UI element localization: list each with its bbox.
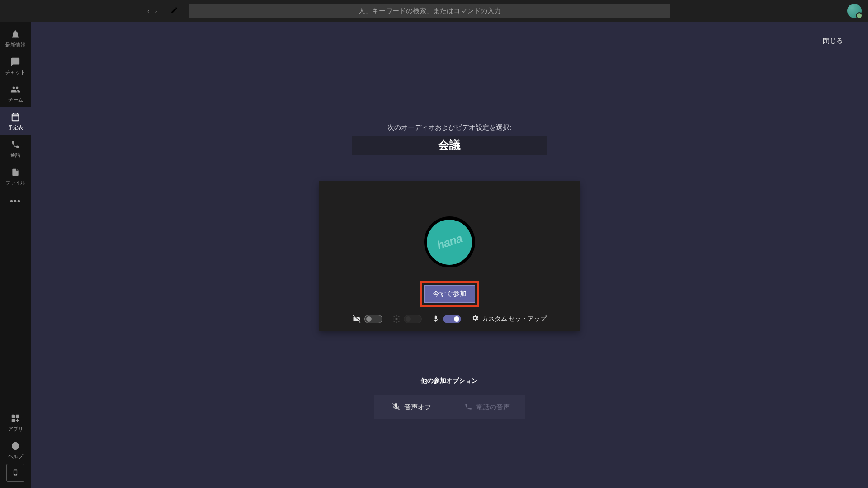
svg-point-4	[15, 448, 15, 448]
compose-icon[interactable]	[170, 6, 178, 16]
phone-audio-button[interactable]: 電話の音声	[449, 395, 525, 419]
svg-rect-2	[12, 419, 15, 422]
top-bar: ‹ › 人、キーワードの検索、またはコマンドの入力	[0, 0, 868, 22]
camera-off-icon	[352, 314, 361, 324]
apps-icon	[10, 413, 21, 424]
audio-off-button[interactable]: 音声オフ	[374, 395, 449, 419]
file-icon	[10, 167, 21, 178]
custom-setup-label: カスタム セットアップ	[482, 315, 547, 323]
svg-point-12	[393, 319, 394, 319]
rail-calls[interactable]: 通話	[0, 135, 31, 162]
svg-point-6	[394, 316, 395, 317]
rail-apps[interactable]: アプリ	[0, 408, 31, 436]
svg-point-9	[398, 321, 399, 322]
svg-point-13	[399, 319, 400, 319]
mic-icon	[432, 315, 440, 323]
svg-point-7	[398, 316, 399, 317]
chat-icon	[10, 56, 21, 67]
teams-icon	[10, 84, 21, 95]
avatar: hana	[424, 216, 475, 267]
phone-icon	[10, 139, 21, 150]
phone-icon	[464, 403, 472, 412]
svg-rect-1	[16, 415, 19, 418]
custom-setup-link[interactable]: カスタム セットアップ	[471, 314, 547, 324]
audio-off-label: 音声オフ	[404, 403, 431, 412]
rail-activity[interactable]: 最新情報	[0, 24, 31, 52]
svg-point-11	[396, 322, 397, 323]
join-highlight: 今すぐ参加	[420, 281, 479, 307]
phone-audio-label: 電話の音声	[476, 403, 510, 412]
rail-teams[interactable]: チーム	[0, 80, 31, 107]
rail-label: 予定表	[8, 124, 23, 131]
rail-label: ファイル	[5, 179, 25, 186]
gear-icon	[471, 314, 479, 324]
meeting-title[interactable]: 会議	[352, 136, 547, 155]
blur-control	[392, 315, 422, 323]
rail-mobile[interactable]	[6, 464, 24, 482]
bell-icon	[10, 29, 21, 40]
calendar-icon	[10, 112, 21, 122]
app-rail: 最新情報 チャット チーム 予定表 通話	[0, 22, 31, 488]
blur-icon	[392, 315, 401, 323]
rail-more[interactable]: •••	[10, 190, 21, 213]
camera-toggle[interactable]	[364, 315, 382, 323]
nav-back-icon[interactable]: ‹	[147, 7, 150, 14]
rail-calendar[interactable]: 予定表	[0, 107, 31, 135]
rail-files[interactable]: ファイル	[0, 162, 31, 190]
nav-forward-icon[interactable]: ›	[155, 7, 157, 14]
join-now-button[interactable]: 今すぐ参加	[424, 285, 475, 303]
svg-point-10	[396, 315, 397, 316]
svg-rect-0	[12, 415, 15, 418]
user-avatar[interactable]	[847, 4, 862, 18]
rail-label: アプリ	[8, 426, 23, 432]
blur-toggle	[404, 315, 422, 323]
rail-help[interactable]: ヘルプ	[0, 436, 31, 464]
svg-point-8	[394, 321, 395, 322]
rail-label: ヘルプ	[8, 453, 23, 460]
preview-card: hana 今すぐ参加	[319, 181, 580, 331]
rail-label: 最新情報	[5, 42, 25, 48]
rail-label: チーム	[8, 97, 23, 103]
svg-point-5	[395, 318, 397, 320]
avatar-text: hana	[435, 231, 463, 253]
mic-control	[432, 315, 461, 323]
content-area: 閉じる 次のオーディオおよびビデオ設定を選択: 会議 hana 今すぐ参加	[31, 22, 868, 488]
help-icon	[10, 441, 21, 451]
rail-label: チャット	[5, 69, 25, 76]
av-prompt: 次のオーディオおよびビデオ設定を選択:	[387, 123, 511, 132]
rail-label: 通話	[10, 152, 20, 159]
search-input[interactable]: 人、キーワードの検索、またはコマンドの入力	[189, 4, 670, 18]
other-options-title: 他の参加オプション	[421, 377, 478, 385]
rail-chat[interactable]: チャット	[0, 52, 31, 80]
camera-control	[352, 314, 382, 324]
mic-toggle[interactable]	[443, 315, 461, 323]
close-button[interactable]: 閉じる	[810, 33, 856, 49]
audio-off-icon	[392, 402, 401, 413]
